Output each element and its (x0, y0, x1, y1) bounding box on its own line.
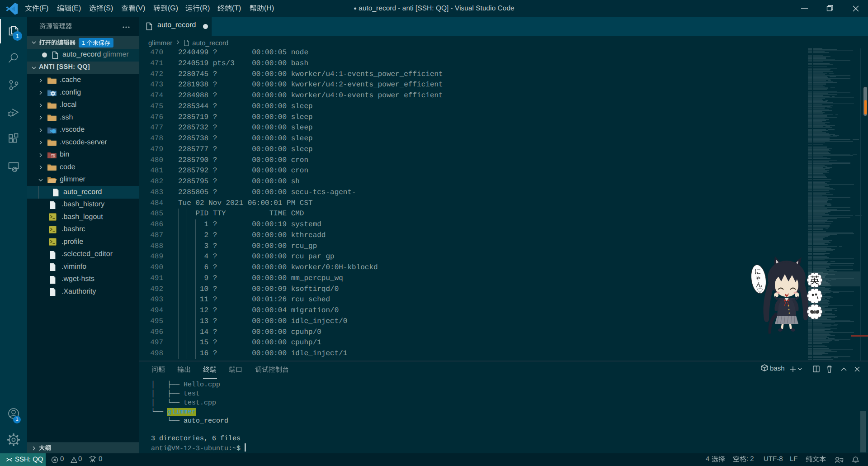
svg-text:10: 10 (51, 155, 55, 159)
